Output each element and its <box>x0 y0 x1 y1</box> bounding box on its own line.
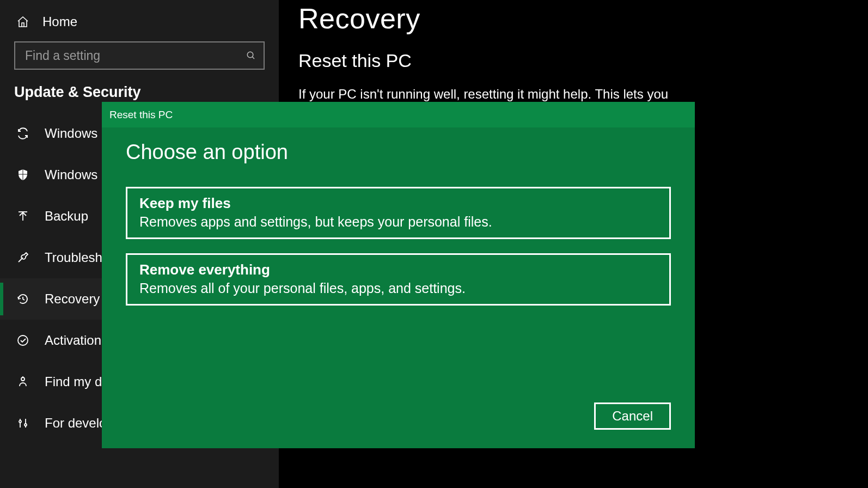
history-icon <box>15 292 30 306</box>
svg-point-2 <box>21 377 25 381</box>
reset-pc-dialog: Reset this PC Choose an option Keep my f… <box>102 102 695 448</box>
option-desc: Removes apps and settings, but keeps you… <box>139 214 657 230</box>
dialog-titlebar: Reset this PC <box>102 102 695 127</box>
option-desc: Removes all of your personal files, apps… <box>139 280 657 296</box>
sidebar-home[interactable]: Home <box>0 7 279 41</box>
home-icon <box>15 15 30 28</box>
dialog-heading: Choose an option <box>126 141 671 164</box>
backup-arrow-icon <box>15 210 30 223</box>
svg-point-1 <box>18 335 28 345</box>
option-remove-everything[interactable]: Remove everything Removes all of your pe… <box>126 253 671 306</box>
dialog-titlebar-text: Reset this PC <box>109 109 173 121</box>
section-title: Reset this PC <box>298 50 868 71</box>
wrench-icon <box>15 251 30 264</box>
cancel-button[interactable]: Cancel <box>594 402 671 430</box>
sidebar-home-label: Home <box>42 14 77 29</box>
option-keep-my-files[interactable]: Keep my files Removes apps and settings,… <box>126 187 671 239</box>
location-person-icon <box>15 375 30 388</box>
svg-point-0 <box>247 52 253 58</box>
shield-icon <box>15 168 30 181</box>
sidebar-item-label: Backup <box>45 209 88 224</box>
search-input-wrap[interactable] <box>14 41 265 70</box>
sidebar-item-label: Recovery <box>45 291 100 307</box>
page-title: Recovery <box>298 2 868 35</box>
sliders-icon <box>15 417 30 430</box>
search-icon <box>246 51 256 60</box>
dialog-footer: Cancel <box>594 402 671 430</box>
sync-icon <box>15 127 30 140</box>
dialog-body: Choose an option Keep my files Removes a… <box>102 127 695 448</box>
option-title: Remove everything <box>139 261 657 278</box>
svg-point-4 <box>25 424 27 426</box>
option-title: Keep my files <box>139 195 657 212</box>
check-circle-icon <box>15 334 30 347</box>
search-input[interactable] <box>25 48 246 63</box>
section-body-text: If your PC isn't running well, resetting… <box>298 86 690 103</box>
svg-point-3 <box>19 420 21 423</box>
sidebar-item-label: Activation <box>45 333 101 348</box>
